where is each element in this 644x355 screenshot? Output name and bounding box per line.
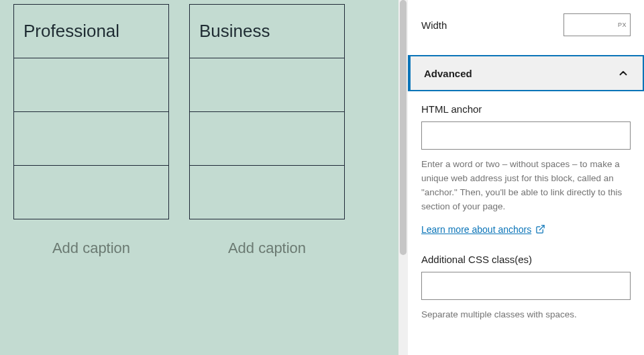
- table-caption-input[interactable]: Add caption: [189, 240, 345, 257]
- table-row[interactable]: [190, 112, 345, 166]
- table-row[interactable]: Professional: [14, 5, 169, 58]
- external-link-icon: [535, 224, 545, 234]
- table-cell[interactable]: [14, 112, 169, 166]
- css-classes-help: Separate multiple classes with spaces.: [421, 308, 631, 322]
- table-block-business[interactable]: Business Add caption: [189, 4, 345, 257]
- table-header-cell[interactable]: Business: [190, 5, 345, 58]
- css-classes-input[interactable]: [421, 272, 631, 300]
- width-input[interactable]: [564, 13, 631, 36]
- table-cell[interactable]: [14, 166, 169, 219]
- advanced-panel-toggle[interactable]: Advanced: [408, 55, 644, 91]
- width-label: Width: [421, 19, 447, 31]
- editor-canvas: Professional Add caption Business Add ca…: [0, 0, 408, 355]
- learn-more-anchors-link[interactable]: Learn more about anchors: [421, 224, 545, 235]
- chevron-up-icon: [617, 67, 629, 79]
- html-anchor-label: HTML anchor: [421, 103, 631, 115]
- table-row[interactable]: [190, 166, 345, 219]
- css-classes-label: Additional CSS class(es): [421, 254, 631, 265]
- table-row[interactable]: Business: [190, 5, 345, 58]
- table[interactable]: Professional: [13, 4, 169, 219]
- table-cell[interactable]: [190, 112, 345, 166]
- table-block-professional[interactable]: Professional Add caption: [13, 4, 169, 257]
- table-row[interactable]: [190, 58, 345, 112]
- table-cell[interactable]: [190, 166, 345, 219]
- table-row[interactable]: [14, 112, 169, 166]
- table-row[interactable]: [14, 166, 169, 219]
- table-cell[interactable]: [190, 58, 345, 112]
- tables-container: Professional Add caption Business Add ca…: [13, 4, 394, 257]
- table-cell[interactable]: [14, 58, 169, 112]
- svg-line-0: [539, 225, 544, 230]
- canvas-scrollbar[interactable]: [398, 0, 408, 355]
- table[interactable]: Business: [189, 4, 345, 219]
- width-setting-row: Width PX: [408, 4, 644, 55]
- settings-sidebar: Width PX Advanced HTML anchor Enter a wo…: [408, 0, 644, 355]
- advanced-panel-title: Advanced: [424, 68, 472, 79]
- learn-more-anchors-text: Learn more about anchors: [421, 224, 531, 235]
- table-row[interactable]: [14, 58, 169, 112]
- scrollbar-thumb[interactable]: [400, 0, 407, 255]
- html-anchor-help: Enter a word or two – without spaces – t…: [421, 158, 631, 214]
- table-caption-input[interactable]: Add caption: [13, 240, 169, 257]
- table-header-cell[interactable]: Professional: [14, 5, 169, 58]
- html-anchor-input[interactable]: [421, 121, 631, 150]
- advanced-panel-body: HTML anchor Enter a word or two – withou…: [408, 91, 644, 336]
